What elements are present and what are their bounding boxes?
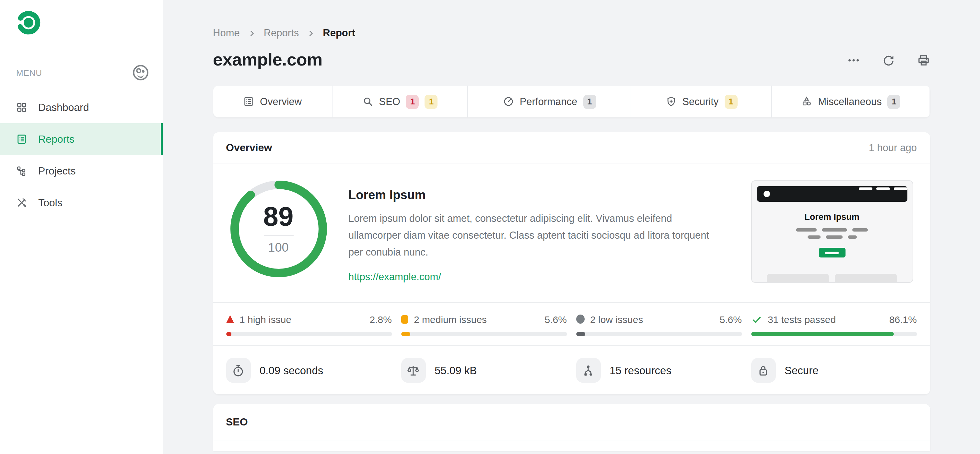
preview-text-line <box>751 228 912 231</box>
sidebar-item-tools[interactable]: Tools <box>0 187 163 218</box>
site-heading: Lorem Ipsum <box>348 188 730 202</box>
tab-label: Miscellaneous <box>818 96 881 107</box>
issue-count-badge: 1 <box>583 94 596 108</box>
refresh-icon <box>882 54 895 67</box>
shapes-icon <box>801 96 812 107</box>
breadcrumb: Home Reports Report <box>213 27 930 39</box>
card-title: SEO <box>226 416 248 428</box>
breadcrumb-reports[interactable]: Reports <box>264 27 299 39</box>
issue-stat-low: 2 low issues 5.6% <box>576 313 742 336</box>
score-max: 100 <box>268 241 288 255</box>
grid-icon <box>16 102 27 113</box>
stat-label: Secure <box>784 364 819 376</box>
issue-stat-high: 1 high issue 2.8% <box>226 313 392 336</box>
ellipsis-icon <box>847 54 860 67</box>
sidebar-item-projects[interactable]: Projects <box>0 155 163 187</box>
score-divider <box>264 236 293 236</box>
preview-logo-dot <box>763 191 770 197</box>
score-value: 89 <box>263 203 293 230</box>
chevron-right-icon <box>248 29 256 37</box>
lock-icon <box>751 358 775 383</box>
issue-percent: 5.6% <box>720 314 742 325</box>
shield-icon <box>665 96 676 107</box>
issue-count-badge: 1 <box>724 94 737 108</box>
progress-bar <box>401 332 567 336</box>
progress-bar <box>576 332 742 336</box>
progress-bar <box>751 332 917 336</box>
print-button[interactable] <box>917 54 930 67</box>
page-title: example.com <box>213 50 323 70</box>
site-url-link[interactable]: https://example.com/ <box>348 271 441 283</box>
report-icon <box>16 134 27 145</box>
stat-page-size: 55.09 kB <box>401 358 567 383</box>
sidebar-item-reports[interactable]: Reports <box>0 123 163 155</box>
menu-header: MENU <box>16 64 149 81</box>
preview-cards <box>751 274 912 283</box>
issue-label: 31 tests passed <box>768 314 836 325</box>
printer-icon <box>917 54 930 67</box>
high-issue-icon <box>226 315 234 323</box>
tools-icon <box>16 197 27 208</box>
preview-heading: Lorem Ipsum <box>751 212 912 222</box>
refresh-button[interactable] <box>882 54 895 67</box>
app-logo-icon[interactable] <box>16 10 41 36</box>
check-icon <box>751 314 762 325</box>
sidebar-item-dashboard[interactable]: Dashboard <box>0 91 163 123</box>
report-tabs: Overview SEO 1 1 Performance <box>213 86 930 117</box>
issue-stat-passed: 31 tests passed 86.1% <box>751 313 917 336</box>
sidebar-item-label: Dashboard <box>38 102 89 113</box>
medium-issue-icon <box>401 315 408 323</box>
seo-card: SEO <box>213 404 930 451</box>
card-title: Overview <box>226 142 272 153</box>
more-options-button[interactable] <box>847 54 860 67</box>
stat-label: 55.09 kB <box>434 364 477 376</box>
tab-overview[interactable]: Overview <box>213 86 332 117</box>
breadcrumb-home[interactable]: Home <box>213 27 240 39</box>
stat-label: 0.09 seconds <box>259 364 323 376</box>
issue-count-badge: 1 <box>406 94 419 108</box>
preview-nav-links <box>859 188 907 190</box>
tab-label: Overview <box>260 96 302 107</box>
issue-count-badge: 1 <box>888 94 900 108</box>
preview-text-line <box>751 236 912 239</box>
resources-icon <box>576 358 600 383</box>
issue-label: 2 medium issues <box>414 314 487 325</box>
tab-label: SEO <box>379 96 400 107</box>
sidebar-item-label: Reports <box>38 133 75 145</box>
issue-percent: 2.8% <box>370 314 392 325</box>
progress-bar <box>226 332 392 336</box>
site-description: Lorem ipsum dolor sit amet, consectetur … <box>348 210 710 261</box>
stopwatch-icon <box>226 358 250 383</box>
tab-performance[interactable]: Performance 1 <box>467 86 631 117</box>
issues-summary: 1 high issue 2.8% 2 medium issues 5.6% <box>213 302 930 345</box>
stat-label: 15 resources <box>609 364 671 376</box>
low-issue-icon <box>576 315 584 323</box>
issue-percent: 5.6% <box>545 314 567 325</box>
score-ring: 89 100 <box>230 180 327 277</box>
tab-security[interactable]: Security 1 <box>631 86 772 117</box>
sidebar-toggle-icon[interactable] <box>132 64 149 81</box>
tab-label: Performance <box>520 96 577 107</box>
issue-label: 1 high issue <box>240 314 291 325</box>
stat-load-time: 0.09 seconds <box>226 358 392 383</box>
issue-label: 2 low issues <box>590 314 643 325</box>
stat-security: Secure <box>751 358 917 383</box>
overview-icon <box>243 96 254 107</box>
gauge-icon <box>503 96 514 107</box>
tab-seo[interactable]: SEO 1 1 <box>332 86 467 117</box>
quick-stats: 0.09 seconds 55.09 kB <box>213 345 930 394</box>
issue-percent: 86.1% <box>889 314 917 325</box>
report-timestamp: 1 hour ago <box>869 142 917 153</box>
issue-stat-medium: 2 medium issues 5.6% <box>401 313 567 336</box>
sitemap-icon <box>16 166 27 177</box>
tab-miscellaneous[interactable]: Miscellaneous 1 <box>771 86 930 117</box>
chevron-right-icon <box>307 29 315 37</box>
breadcrumb-current: Report <box>323 27 355 39</box>
page-actions <box>847 54 930 67</box>
sidebar-item-label: Tools <box>38 197 62 209</box>
main-area: Home Reports Report example.com <box>163 0 980 454</box>
overview-card: Overview 1 hour ago 89 100 <box>213 132 930 394</box>
stat-resources: 15 resources <box>576 358 742 383</box>
site-preview-thumbnail: Lorem Ipsum <box>751 180 913 283</box>
search-icon <box>362 96 373 107</box>
